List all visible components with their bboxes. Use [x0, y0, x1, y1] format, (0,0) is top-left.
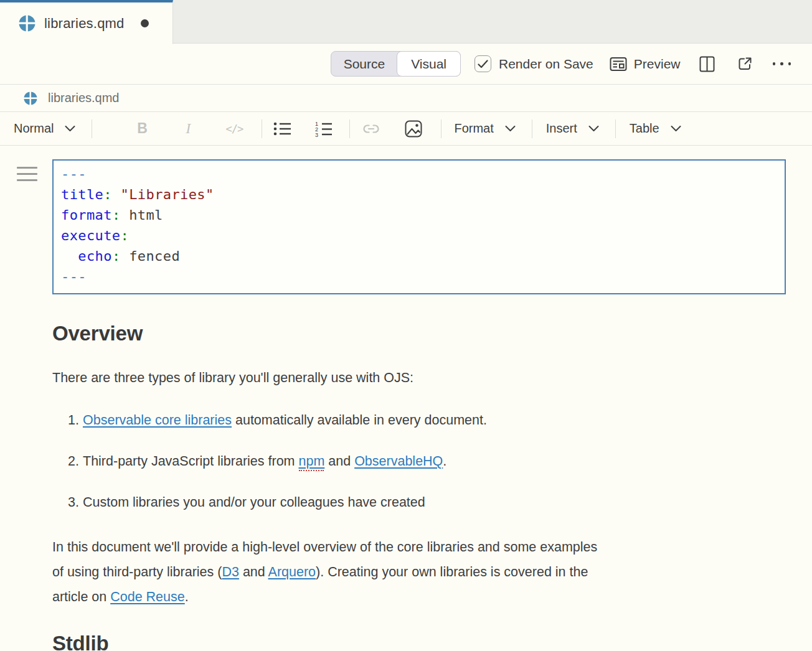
link-observablehq[interactable]: ObservableHQ: [354, 454, 443, 469]
numbered-list-icon: 1 2 3: [314, 120, 333, 138]
toolbar-separator: [92, 119, 92, 138]
bold-button[interactable]: B: [128, 120, 156, 137]
image-button[interactable]: [400, 120, 427, 138]
drag-handle-icon[interactable]: [17, 167, 37, 181]
yaml-code: ---title: "Libraries"format: htmlexecute…: [61, 164, 777, 287]
more-options-icon[interactable]: [773, 62, 791, 65]
format-toolbar: Normal B I </> 1 2 3: [0, 112, 812, 146]
italic-button[interactable]: I: [174, 121, 202, 137]
bold-icon: B: [137, 120, 148, 137]
open-external-icon: [737, 56, 753, 72]
yaml-line: ---: [61, 164, 777, 184]
svg-text:3: 3: [315, 131, 318, 138]
quarto-icon: [19, 15, 35, 32]
list-item: 1.Observable core libraries automaticall…: [52, 408, 786, 433]
chevron-down-icon: [505, 125, 516, 132]
bullet-list-icon: [273, 121, 292, 137]
format-menu-label: Format: [454, 121, 493, 136]
chevron-down-icon: [588, 125, 599, 132]
link-arquero[interactable]: Arquero: [268, 564, 316, 579]
editor-toolbar: Source Visual Render on Save Preview: [0, 44, 812, 85]
yaml-front-matter-block[interactable]: ---title: "Libraries"format: htmlexecute…: [52, 159, 786, 294]
yaml-line: execute:: [61, 225, 777, 246]
link-observable-core-libraries[interactable]: Observable core libraries: [83, 413, 232, 428]
tab-bar: libraries.qmd: [0, 0, 812, 44]
list-item: 3.Custom libraries you and/or your colle…: [52, 490, 786, 515]
link-npm[interactable]: npm: [298, 454, 324, 469]
source-mode-button[interactable]: Source: [331, 52, 398, 76]
mode-toggle: Source Visual: [331, 51, 461, 77]
link-icon: [362, 123, 380, 134]
yaml-line: echo: fenced: [61, 246, 777, 266]
chevron-down-icon: [671, 125, 681, 132]
closing-paragraph: In this document we'll provide a high-le…: [52, 535, 786, 609]
paragraph-style-select[interactable]: Normal: [14, 121, 75, 136]
toolbar-separator: [349, 119, 350, 138]
toolbar-separator: [532, 119, 532, 138]
bullet-list-button[interactable]: [268, 121, 296, 137]
list-item-text: Third-party JavaScript libraries from np…: [83, 449, 446, 474]
table-menu[interactable]: Table: [630, 121, 681, 136]
checkmark-icon: [478, 60, 488, 68]
code-icon: </>: [226, 123, 243, 135]
italic-icon: I: [186, 121, 191, 137]
tab-title: libraries.qmd: [44, 16, 125, 32]
preview-button[interactable]: Preview: [610, 57, 681, 72]
preview-icon: [610, 57, 627, 72]
intro-paragraph: There are three types of library you'll …: [52, 365, 786, 390]
link-button[interactable]: [357, 123, 385, 134]
inline-code-button[interactable]: </>: [220, 123, 248, 135]
open-external-button[interactable]: [737, 56, 753, 72]
paragraph-style-label: Normal: [14, 121, 54, 136]
doc-list: 1.Observable core libraries automaticall…: [52, 408, 786, 515]
insert-menu-label: Insert: [546, 121, 577, 136]
heading-overview: Overview: [52, 322, 786, 345]
table-menu-label: Table: [630, 121, 659, 136]
toolbar-separator: [615, 119, 616, 138]
list-number: 1.: [52, 408, 83, 433]
render-on-save-label: Render on Save: [499, 57, 593, 72]
link-code-reuse[interactable]: Code Reuse: [110, 589, 185, 604]
list-number: 2.: [52, 449, 83, 474]
heading-stdlib: Stdlib: [52, 632, 786, 651]
render-on-save-checkbox[interactable]: [474, 55, 491, 72]
split-editor-button[interactable]: [699, 56, 715, 72]
tab-libraries-qmd[interactable]: libraries.qmd: [0, 0, 173, 44]
list-item-text: Custom libraries you and/or your colleag…: [83, 490, 425, 515]
list-number: 3.: [52, 490, 83, 515]
toolbar-separator: [262, 119, 262, 138]
split-editor-icon: [699, 56, 715, 72]
visual-mode-button[interactable]: Visual: [397, 51, 461, 77]
insert-menu[interactable]: Insert: [546, 121, 599, 136]
chevron-down-icon: [65, 125, 75, 132]
editor-content[interactable]: ---title: "Libraries"format: htmlexecute…: [0, 146, 812, 651]
format-menu[interactable]: Format: [454, 121, 515, 136]
preview-label: Preview: [634, 57, 681, 72]
numbered-list-button[interactable]: 1 2 3: [309, 120, 337, 138]
list-item-text: Observable core libraries automatically …: [83, 408, 487, 433]
quarto-icon: [24, 91, 37, 105]
yaml-line: format: html: [61, 205, 777, 225]
yaml-line: title: "Libraries": [61, 184, 777, 205]
link-d3[interactable]: D3: [222, 564, 238, 579]
modified-indicator: [141, 19, 149, 27]
breadcrumb: libraries.qmd: [0, 85, 812, 112]
breadcrumb-filename[interactable]: libraries.qmd: [48, 91, 119, 105]
yaml-line: ---: [61, 266, 777, 287]
image-icon: [405, 120, 422, 138]
list-item: 2.Third-party JavaScript libraries from …: [52, 449, 786, 474]
toolbar-separator: [441, 119, 441, 138]
